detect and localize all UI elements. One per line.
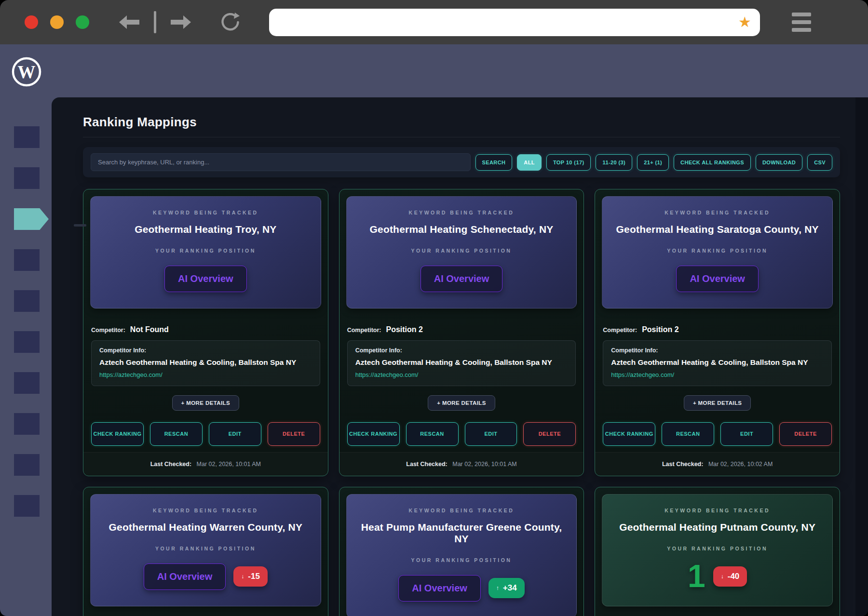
workspace: W Ranking Mappings SEARCHALLTOP 10 (17)1… [0,44,868,616]
ai-overview-button[interactable]: AI Overview [398,575,481,602]
rescan-button[interactable]: RESCAN [406,422,459,446]
check-ranking-button[interactable]: CHECK RANKING [603,422,655,446]
rescan-button[interactable]: RESCAN [662,422,714,446]
rank-row: 1 ↓ -40 [611,562,824,591]
rank-row: AI Overview ↑ +34 [355,573,568,603]
keyword-tracked-label: KEYWORD BEING TRACKED [355,508,568,513]
svg-text:W: W [18,62,36,82]
competitor-label: Competitor: [91,327,125,334]
sidebar-item[interactable] [14,331,40,353]
rank-change-arrow-icon: ↓ [241,573,244,580]
card-actions: CHECK RANKING RESCAN EDIT DELETE [595,411,840,446]
rank-row: AI Overview [355,264,568,294]
filter-button-11-20-3[interactable]: 11-20 (3) [596,154,632,171]
card-header: KEYWORD BEING TRACKED Heat Pump Manufact… [346,494,577,616]
wordpress-logo[interactable]: W [12,57,41,87]
sidebar-item[interactable] [14,413,40,435]
filter-button-search[interactable]: SEARCH [475,154,513,171]
last-checked-value: Mar 02, 2026, 10:01 AM [197,461,261,468]
competitor-info-label: Competitor Info: [99,347,312,354]
rank-change-badge: ↓ -40 [713,566,747,587]
edit-button[interactable]: EDIT [209,422,261,446]
delete-button[interactable]: DELETE [779,422,832,446]
keyword-title: Geothermal Heating Saratoga County, NY [611,224,824,235]
sidebar-item[interactable] [14,290,40,312]
filter-button-download[interactable]: DOWNLOAD [756,154,802,171]
search-input[interactable] [91,153,471,171]
sidebar-item[interactable] [14,372,40,394]
filter-button-all[interactable]: ALL [517,154,542,171]
ai-overview-button[interactable]: AI Overview [164,266,247,292]
forward-icon[interactable] [170,15,192,29]
url-input[interactable] [278,17,732,27]
card-footer: Last Checked: Mar 02, 2026, 10:02 AM [595,452,840,476]
sidebar-item[interactable] [14,167,40,189]
keyword-tracked-label: KEYWORD BEING TRACKED [355,210,568,215]
browser-chrome: ★ [0,0,868,44]
window-controls [25,15,89,29]
edit-button[interactable]: EDIT [720,422,773,446]
ranking-position-label: YOUR RANKING POSITION [99,546,312,551]
edit-button[interactable]: EDIT [465,422,517,446]
ai-overview-button[interactable]: AI Overview [420,266,503,292]
menu-icon[interactable] [792,13,811,32]
competitor-url-link[interactable]: https://aztechgeo.com/ [99,371,312,378]
last-checked-value: Mar 02, 2026, 10:01 AM [452,461,516,468]
competitor-row: Competitor: Not Found [83,315,328,334]
competitor-info-panel: Competitor Info: Aztech Geothermal Heati… [91,340,320,386]
sidebar-item[interactable] [14,495,40,517]
competitor-name: Aztech Geothermal Heating & Cooling, Bal… [99,358,312,367]
ai-overview-button[interactable]: AI Overview [144,563,226,590]
url-bar[interactable]: ★ [269,9,760,36]
rank-change-value: -40 [728,572,740,581]
ai-overview-button[interactable]: AI Overview [676,266,759,292]
ranking-card: KEYWORD BEING TRACKED Heat Pump Manufact… [339,487,584,616]
card-actions: CHECK RANKING RESCAN EDIT DELETE [339,411,584,446]
delete-button[interactable]: DELETE [268,422,320,446]
rank-change-arrow-icon: ↑ [496,585,499,591]
keyword-title: Geothermal Heating Schenectady, NY [355,224,568,235]
last-checked-value: Mar 02, 2026, 10:02 AM [708,461,773,468]
filter-button-21-1[interactable]: 21+ (1) [637,154,669,171]
filter-button-top-10-17[interactable]: TOP 10 (17) [546,154,591,171]
card-footer: Last Checked: Mar 02, 2026, 10:01 AM [339,452,584,476]
maximize-window-button[interactable] [76,15,89,29]
back-icon[interactable] [118,15,140,29]
check-ranking-button[interactable]: CHECK RANKING [347,422,400,446]
ranking-card: KEYWORD BEING TRACKED Geothermal Heating… [595,189,840,476]
rank-row: AI Overview [611,264,824,294]
ranking-position-label: YOUR RANKING POSITION [355,248,568,254]
collapse-tick [74,224,86,227]
keyword-title: Geothermal Heating Putnam County, NY [611,522,824,533]
reload-icon[interactable] [220,12,241,33]
title-divider [83,137,840,137]
competitor-row: Competitor: Position 2 [595,315,840,334]
more-details-button[interactable]: + MORE DETAILS [684,395,751,411]
bookmark-star-icon[interactable]: ★ [738,15,751,29]
minimize-window-button[interactable] [50,15,64,29]
rank-row: AI Overview ↓ -15 [99,562,312,591]
competitor-info-panel: Competitor Info: Aztech Geothermal Heati… [603,340,832,386]
ranking-card: KEYWORD BEING TRACKED Geothermal Heating… [339,189,584,476]
sidebar-item[interactable] [14,126,40,148]
competitor-url-link[interactable]: https://aztechgeo.com/ [355,371,568,378]
sidebar-item[interactable] [14,249,40,271]
sidebar-item[interactable] [14,454,40,476]
close-window-button[interactable] [25,15,38,29]
more-details-button[interactable]: + MORE DETAILS [428,395,495,411]
check-ranking-button[interactable]: CHECK RANKING [91,422,144,446]
rescan-button[interactable]: RESCAN [150,422,203,446]
last-checked-label: Last Checked: [150,461,191,468]
rank-change-arrow-icon: ↓ [721,573,724,580]
competitor-url-link[interactable]: https://aztechgeo.com/ [611,371,824,378]
filter-button-check-all-rankings[interactable]: CHECK ALL RANKINGS [674,154,751,171]
sidebar-item-active[interactable] [14,208,49,230]
competitor-status: Position 2 [386,325,422,334]
delete-button[interactable]: DELETE [523,422,576,446]
scroll-gutter[interactable] [855,97,868,616]
nav-divider [154,11,156,33]
competitor-name: Aztech Geothermal Heating & Cooling, Bal… [611,358,824,367]
competitor-label: Competitor: [347,327,381,334]
more-details-button[interactable]: + MORE DETAILS [172,395,240,411]
filter-button-csv[interactable]: CSV [807,154,832,171]
